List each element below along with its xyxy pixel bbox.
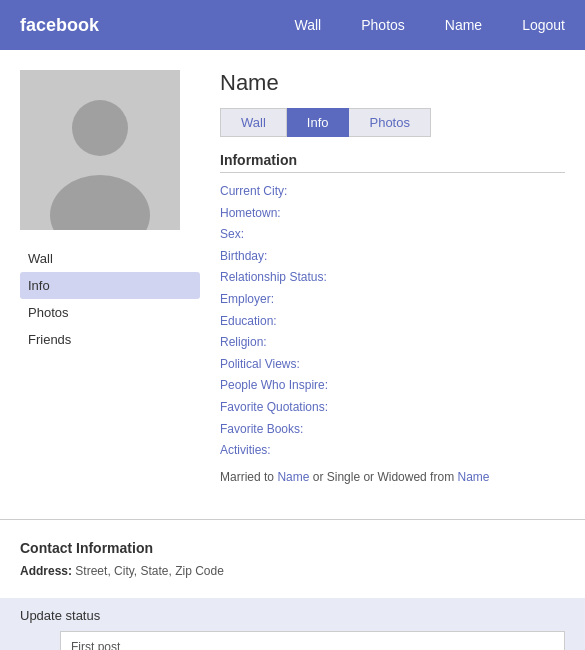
field-employer: Employer: [220,289,565,311]
married-line: Married to Name or Single or Widowed fro… [220,470,565,484]
nav-wall[interactable]: Wall [295,17,322,33]
address-value: Street, City, State, Zip Code [75,564,224,578]
address-label: Address: [20,564,72,578]
married-text: Married to [220,470,274,484]
field-activities: Activities: [220,440,565,462]
info-section: Information Current City: Hometown: Sex:… [220,152,565,484]
tab-photos[interactable]: Photos [349,108,430,137]
sidebar-navigation: Wall Info Photos Friends [20,245,200,353]
married-name1[interactable]: Name [277,470,309,484]
field-current-city: Current City: [220,181,565,203]
tab-info[interactable]: Info [287,108,350,137]
sidebar-item-wall[interactable]: Wall [20,245,200,272]
contact-section: Contact Information Address: Street, Cit… [0,530,585,588]
avatar-silhouette [20,70,180,230]
brand-logo[interactable]: facebook [20,15,295,36]
profile-tabs: Wall Info Photos [220,108,565,137]
contact-address: Address: Street, City, State, Zip Code [20,564,565,578]
sidebar-item-friends[interactable]: Friends [20,326,200,353]
info-header: Information [220,152,565,173]
field-political: Political Views: [220,354,565,376]
profile-name: Name [220,70,565,96]
update-status-label: Update status [20,608,565,623]
info-fields: Current City: Hometown: Sex: Birthday: R… [220,181,565,462]
svg-point-1 [72,100,128,156]
field-religion: Religion: [220,332,565,354]
sidebar-item-info[interactable]: Info [20,272,200,299]
field-books: Favorite Books: [220,419,565,441]
nav-logout[interactable]: Logout [522,17,565,33]
divider-contact [0,519,585,520]
field-hometown: Hometown: [220,203,565,225]
status-placeholder: First post [71,640,120,650]
contact-header: Contact Information [20,540,565,556]
married-name2[interactable]: Name [457,470,489,484]
nav-links: Wall Photos Name Logout [295,17,565,33]
profile-area: Wall Info Photos Friends Name Wall Info … [0,50,585,509]
field-birthday: Birthday: [220,246,565,268]
avatar [20,70,180,230]
update-status-section: Update status First post Share [0,598,585,650]
nav-name[interactable]: Name [445,17,482,33]
or-text: or Single or Widowed from [313,470,458,484]
field-quotes: Favorite Quotations: [220,397,565,419]
field-sex: Sex: [220,224,565,246]
sidebar-item-photos[interactable]: Photos [20,299,200,326]
status-input[interactable]: First post [60,631,565,650]
left-sidebar: Wall Info Photos Friends [20,70,200,499]
field-relationship: Relationship Status: [220,267,565,289]
field-education: Education: [220,311,565,333]
field-inspire: People Who Inspire: [220,375,565,397]
top-nav: facebook Wall Photos Name Logout [0,0,585,50]
nav-photos[interactable]: Photos [361,17,405,33]
tab-wall[interactable]: Wall [220,108,287,137]
right-content: Name Wall Info Photos Information Curren… [220,70,565,499]
